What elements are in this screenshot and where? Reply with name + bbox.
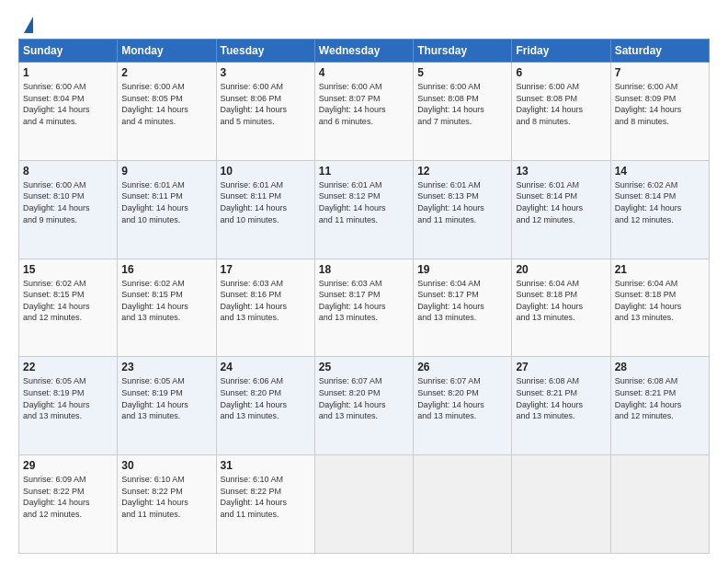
- calendar-cell: 12Sunrise: 6:01 AM Sunset: 8:13 PM Dayli…: [414, 160, 512, 259]
- day-number: 13: [516, 165, 606, 178]
- calendar-body: 1Sunrise: 6:00 AM Sunset: 8:04 PM Daylig…: [19, 63, 710, 554]
- day-info: Sunrise: 6:06 AM Sunset: 8:20 PM Dayligh…: [221, 375, 311, 421]
- day-info: Sunrise: 6:04 AM Sunset: 8:18 PM Dayligh…: [615, 278, 705, 324]
- day-info: Sunrise: 6:02 AM Sunset: 8:15 PM Dayligh…: [23, 278, 113, 324]
- calendar-cell: 11Sunrise: 6:01 AM Sunset: 8:12 PM Dayli…: [314, 160, 413, 259]
- day-number: 23: [121, 361, 211, 373]
- day-number: 7: [615, 66, 705, 79]
- calendar-cell: 19Sunrise: 6:04 AM Sunset: 8:17 PM Dayli…: [414, 259, 512, 357]
- calendar-cell: [314, 455, 413, 554]
- day-number: 22: [23, 361, 113, 373]
- calendar-cell: 5Sunrise: 6:00 AM Sunset: 8:08 PM Daylig…: [414, 63, 512, 161]
- day-number: 29: [23, 459, 113, 472]
- day-number: 9: [121, 165, 211, 178]
- day-info: Sunrise: 6:04 AM Sunset: 8:17 PM Dayligh…: [417, 278, 507, 324]
- day-info: Sunrise: 6:03 AM Sunset: 8:17 PM Dayligh…: [319, 278, 409, 324]
- day-number: 12: [417, 165, 507, 178]
- calendar-cell: 15Sunrise: 6:02 AM Sunset: 8:15 PM Dayli…: [19, 259, 118, 357]
- day-number: 3: [221, 66, 311, 79]
- day-info: Sunrise: 6:08 AM Sunset: 8:21 PM Dayligh…: [516, 375, 606, 421]
- header: [18, 15, 710, 33]
- header-cell-thursday: Thursday: [414, 40, 512, 63]
- calendar-cell: [414, 455, 512, 554]
- calendar-cell: 26Sunrise: 6:07 AM Sunset: 8:20 PM Dayli…: [414, 357, 512, 455]
- header-cell-sunday: Sunday: [19, 40, 118, 63]
- calendar-cell: 3Sunrise: 6:00 AM Sunset: 8:06 PM Daylig…: [216, 63, 314, 161]
- day-info: Sunrise: 6:00 AM Sunset: 8:08 PM Dayligh…: [516, 81, 606, 127]
- calendar-week-5: 29Sunrise: 6:09 AM Sunset: 8:22 PM Dayli…: [19, 455, 710, 554]
- day-info: Sunrise: 6:01 AM Sunset: 8:14 PM Dayligh…: [516, 179, 606, 225]
- logo-triangle-icon: [24, 17, 33, 33]
- day-info: Sunrise: 6:01 AM Sunset: 8:12 PM Dayligh…: [319, 179, 409, 225]
- calendar-cell: 25Sunrise: 6:07 AM Sunset: 8:20 PM Dayli…: [314, 357, 413, 455]
- day-info: Sunrise: 6:01 AM Sunset: 8:13 PM Dayligh…: [417, 179, 507, 225]
- day-info: Sunrise: 6:00 AM Sunset: 8:10 PM Dayligh…: [23, 179, 113, 225]
- calendar-table: SundayMondayTuesdayWednesdayThursdayFrid…: [18, 39, 710, 554]
- calendar-cell: 28Sunrise: 6:08 AM Sunset: 8:21 PM Dayli…: [610, 357, 709, 455]
- header-cell-friday: Friday: [512, 40, 610, 63]
- calendar-cell: [512, 455, 610, 554]
- day-info: Sunrise: 6:00 AM Sunset: 8:05 PM Dayligh…: [121, 81, 211, 127]
- day-info: Sunrise: 6:01 AM Sunset: 8:11 PM Dayligh…: [221, 179, 311, 225]
- calendar-cell: 23Sunrise: 6:05 AM Sunset: 8:19 PM Dayli…: [118, 357, 216, 455]
- calendar-cell: 21Sunrise: 6:04 AM Sunset: 8:18 PM Dayli…: [610, 259, 709, 357]
- day-info: Sunrise: 6:00 AM Sunset: 8:07 PM Dayligh…: [319, 81, 409, 127]
- header-cell-monday: Monday: [118, 40, 216, 63]
- calendar-cell: 9Sunrise: 6:01 AM Sunset: 8:11 PM Daylig…: [118, 160, 216, 259]
- day-number: 19: [417, 263, 507, 276]
- day-info: Sunrise: 6:00 AM Sunset: 8:08 PM Dayligh…: [417, 81, 507, 127]
- header-cell-tuesday: Tuesday: [216, 40, 314, 63]
- calendar-cell: 4Sunrise: 6:00 AM Sunset: 8:07 PM Daylig…: [314, 63, 413, 161]
- calendar-week-3: 15Sunrise: 6:02 AM Sunset: 8:15 PM Dayli…: [19, 259, 710, 357]
- day-info: Sunrise: 6:01 AM Sunset: 8:11 PM Dayligh…: [121, 179, 211, 225]
- day-info: Sunrise: 6:00 AM Sunset: 8:04 PM Dayligh…: [23, 81, 113, 127]
- header-cell-saturday: Saturday: [610, 40, 709, 63]
- calendar-cell: 10Sunrise: 6:01 AM Sunset: 8:11 PM Dayli…: [216, 160, 314, 259]
- day-number: 10: [221, 165, 311, 178]
- page: SundayMondayTuesdayWednesdayThursdayFrid…: [0, 0, 728, 563]
- calendar-cell: 13Sunrise: 6:01 AM Sunset: 8:14 PM Dayli…: [512, 160, 610, 259]
- day-info: Sunrise: 6:05 AM Sunset: 8:19 PM Dayligh…: [121, 375, 211, 421]
- calendar-cell: 16Sunrise: 6:02 AM Sunset: 8:15 PM Dayli…: [118, 259, 216, 357]
- calendar-cell: 24Sunrise: 6:06 AM Sunset: 8:20 PM Dayli…: [216, 357, 314, 455]
- calendar-cell: 2Sunrise: 6:00 AM Sunset: 8:05 PM Daylig…: [118, 63, 216, 161]
- day-number: 2: [121, 66, 211, 79]
- logo: [18, 15, 33, 33]
- day-info: Sunrise: 6:02 AM Sunset: 8:15 PM Dayligh…: [121, 278, 211, 324]
- day-number: 5: [417, 66, 507, 79]
- day-number: 1: [23, 66, 113, 79]
- calendar-cell: 1Sunrise: 6:00 AM Sunset: 8:04 PM Daylig…: [19, 63, 118, 161]
- day-info: Sunrise: 6:07 AM Sunset: 8:20 PM Dayligh…: [319, 375, 409, 421]
- day-info: Sunrise: 6:07 AM Sunset: 8:20 PM Dayligh…: [417, 375, 507, 421]
- calendar-cell: 14Sunrise: 6:02 AM Sunset: 8:14 PM Dayli…: [610, 160, 709, 259]
- day-info: Sunrise: 6:03 AM Sunset: 8:16 PM Dayligh…: [221, 278, 311, 324]
- day-number: 15: [23, 263, 113, 276]
- calendar-cell: 30Sunrise: 6:10 AM Sunset: 8:22 PM Dayli…: [118, 455, 216, 554]
- day-number: 21: [615, 263, 705, 276]
- calendar-header: SundayMondayTuesdayWednesdayThursdayFrid…: [19, 40, 710, 63]
- calendar-cell: 31Sunrise: 6:10 AM Sunset: 8:22 PM Dayli…: [216, 455, 314, 554]
- calendar-cell: 7Sunrise: 6:00 AM Sunset: 8:09 PM Daylig…: [610, 63, 709, 161]
- day-number: 11: [319, 165, 409, 178]
- day-number: 31: [221, 459, 311, 472]
- calendar-cell: 17Sunrise: 6:03 AM Sunset: 8:16 PM Dayli…: [216, 259, 314, 357]
- calendar-cell: 8Sunrise: 6:00 AM Sunset: 8:10 PM Daylig…: [19, 160, 118, 259]
- calendar-cell: [610, 455, 709, 554]
- day-number: 26: [417, 361, 507, 373]
- calendar-week-2: 8Sunrise: 6:00 AM Sunset: 8:10 PM Daylig…: [19, 160, 710, 259]
- day-number: 28: [615, 361, 705, 373]
- day-info: Sunrise: 6:10 AM Sunset: 8:22 PM Dayligh…: [121, 474, 211, 520]
- day-number: 18: [319, 263, 409, 276]
- calendar-cell: 29Sunrise: 6:09 AM Sunset: 8:22 PM Dayli…: [19, 455, 118, 554]
- day-number: 16: [121, 263, 211, 276]
- calendar-week-4: 22Sunrise: 6:05 AM Sunset: 8:19 PM Dayli…: [19, 357, 710, 455]
- day-info: Sunrise: 6:08 AM Sunset: 8:21 PM Dayligh…: [615, 375, 705, 421]
- day-number: 24: [221, 361, 311, 373]
- day-number: 8: [23, 165, 113, 178]
- day-number: 14: [615, 165, 705, 178]
- day-number: 30: [121, 459, 211, 472]
- day-number: 20: [516, 263, 606, 276]
- day-number: 4: [319, 66, 409, 79]
- calendar-cell: 20Sunrise: 6:04 AM Sunset: 8:18 PM Dayli…: [512, 259, 610, 357]
- day-info: Sunrise: 6:04 AM Sunset: 8:18 PM Dayligh…: [516, 278, 606, 324]
